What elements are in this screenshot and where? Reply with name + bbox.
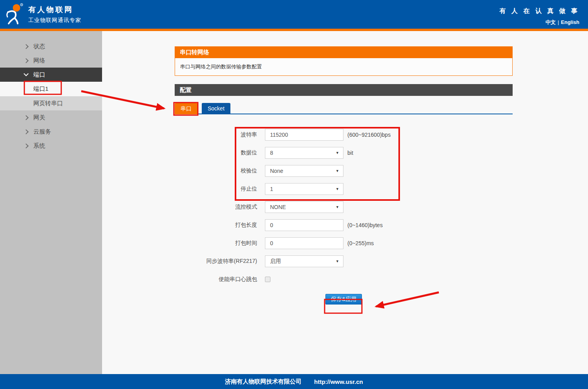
main-content: 串口转网络 串口与网络之间的数据传输参数配置 配置 串口 Socket 波特率(… <box>102 31 588 374</box>
tab-socket[interactable]: Socket <box>202 103 230 114</box>
pack-time-hint: (0~255)ms <box>347 240 374 246</box>
heartbeat-enable-label: 使能串口心跳包 <box>175 276 257 283</box>
serial-settings-form: 波特率(600~921600)bps数据位8▼bit校验位None▼停止位1▼流… <box>175 129 513 285</box>
brand-title: 有人物联网 <box>28 5 81 15</box>
parity-label: 校验位 <box>175 167 257 174</box>
lang-english-link[interactable]: English <box>561 19 579 25</box>
sidebar-item-label: 网页转串口 <box>33 100 63 107</box>
form-row-stop-bits: 停止位1▼ <box>175 183 513 195</box>
page-description: 串口与网络之间的数据传输参数配置 <box>175 58 513 76</box>
sidebar-item-network[interactable]: 网络 <box>0 53 102 68</box>
save-apply-button[interactable]: 保存&应用 <box>325 294 362 305</box>
flow-control-selected-value: NONE <box>270 204 286 210</box>
usr-logo-icon: R <box>5 3 25 26</box>
parity-select[interactable]: None▼ <box>265 165 343 177</box>
stop-bits-label: 停止位 <box>175 185 257 193</box>
sidebar-item-label: 系统 <box>33 142 45 150</box>
sidebar-item-label: 网络 <box>33 57 45 64</box>
header-slogan: 有 人 在 认 真 做 事 <box>499 7 579 15</box>
dropdown-caret-icon: ▼ <box>336 187 339 191</box>
form-row-parity: 校验位None▼ <box>175 165 513 177</box>
parity-selected-value: None <box>270 168 283 174</box>
form-row-pack-length: 打包长度(0~1460)bytes <box>175 219 513 231</box>
chevron-right-icon <box>24 44 29 49</box>
data-bits-select[interactable]: 8▼ <box>265 147 343 159</box>
form-row-heartbeat-enable: 使能串口心跳包 <box>175 273 513 285</box>
flow-control-label: 流控模式 <box>175 204 257 211</box>
pack-length-hint: (0~1460)bytes <box>347 222 383 228</box>
tab-bar: 串口 Socket <box>175 103 513 114</box>
form-row-flow-control: 流控模式NONE▼ <box>175 201 513 213</box>
sidebar-item-status[interactable]: 状态 <box>0 39 102 53</box>
stop-bits-select[interactable]: 1▼ <box>265 183 343 195</box>
sidebar-item-gateway[interactable]: 网关 <box>0 110 102 125</box>
page-title: 串口转网络 <box>175 46 513 58</box>
chevron-right-icon <box>24 143 29 149</box>
chevron-down-icon <box>24 71 29 76</box>
baud-rate-hint: (600~921600)bps <box>347 132 391 138</box>
footer-company: 济南有人物联网技术有限公司 <box>225 378 301 385</box>
pack-time-label: 打包时间 <box>175 240 257 247</box>
sidebar-item-port1[interactable]: 端口1 <box>0 82 102 96</box>
section-header-config: 配置 <box>175 84 513 96</box>
save-row: 保存&应用 <box>175 294 513 305</box>
sidebar-menu: 状态网络端口端口1网页转串口网关云服务系统 <box>0 31 102 374</box>
heartbeat-enable-checkbox[interactable] <box>265 277 270 282</box>
top-header: R 有人物联网 工业物联网通讯专家 有 人 在 认 真 做 事 中文|Engli… <box>0 0 588 29</box>
dropdown-caret-icon: ▼ <box>336 169 339 173</box>
data-bits-hint: bit <box>347 150 353 156</box>
brand-subtitle: 工业物联网通讯专家 <box>28 17 81 24</box>
sync-baud-rf2217-select[interactable]: 启用▼ <box>265 255 343 267</box>
sync-baud-rf2217-selected-value: 启用 <box>270 258 281 265</box>
pack-time-input[interactable] <box>265 237 343 249</box>
header-right: 有 人 在 认 真 做 事 中文|English <box>499 7 579 26</box>
brand-text: 有人物联网 工业物联网通讯专家 <box>28 5 81 24</box>
data-bits-selected-value: 8 <box>270 150 273 156</box>
tab-serial[interactable]: 串口 <box>175 103 197 114</box>
sidebar-item-port[interactable]: 端口 <box>0 68 102 82</box>
form-row-data-bits: 数据位8▼bit <box>175 147 513 159</box>
sidebar-item-label: 云服务 <box>33 128 51 136</box>
lang-chinese-link[interactable]: 中文 <box>546 19 556 25</box>
dropdown-caret-icon: ▼ <box>336 259 339 263</box>
flow-control-select[interactable]: NONE▼ <box>265 201 343 213</box>
chevron-right-icon <box>24 115 29 120</box>
baud-rate-label: 波特率 <box>175 131 257 138</box>
pack-length-input[interactable] <box>265 219 343 231</box>
sidebar-item-label: 网关 <box>33 114 45 121</box>
lang-separator: | <box>558 19 559 25</box>
chevron-right-icon <box>24 58 29 63</box>
form-row-pack-time: 打包时间(0~255)ms <box>175 237 513 249</box>
dropdown-caret-icon: ▼ <box>336 205 339 209</box>
sidebar-item-label: 端口1 <box>33 85 48 93</box>
page-footer: 济南有人物联网技术有限公司 http://www.usr.cn <box>0 374 588 389</box>
sidebar-item-label: 端口 <box>33 71 45 79</box>
baud-rate-input[interactable] <box>265 129 343 141</box>
footer-url-link[interactable]: http://www.usr.cn <box>314 378 363 385</box>
language-switcher: 中文|English <box>499 19 579 26</box>
sidebar-item-system[interactable]: 系统 <box>0 139 102 153</box>
sidebar-item-cloud[interactable]: 云服务 <box>0 125 102 139</box>
pack-length-label: 打包长度 <box>175 222 257 229</box>
form-row-sync-baud-rf2217: 同步波特率(RF2217)启用▼ <box>175 255 513 267</box>
sidebar-item-label: 状态 <box>33 43 45 50</box>
sync-baud-rf2217-label: 同步波特率(RF2217) <box>175 258 257 265</box>
brand: R 有人物联网 工业物联网通讯专家 <box>5 3 81 26</box>
dropdown-caret-icon: ▼ <box>336 151 339 155</box>
sidebar-item-web-to-serial[interactable]: 网页转串口 <box>0 96 102 110</box>
chevron-right-icon <box>24 129 29 134</box>
stop-bits-selected-value: 1 <box>270 186 273 192</box>
form-row-baud-rate: 波特率(600~921600)bps <box>175 129 513 141</box>
data-bits-label: 数据位 <box>175 149 257 156</box>
